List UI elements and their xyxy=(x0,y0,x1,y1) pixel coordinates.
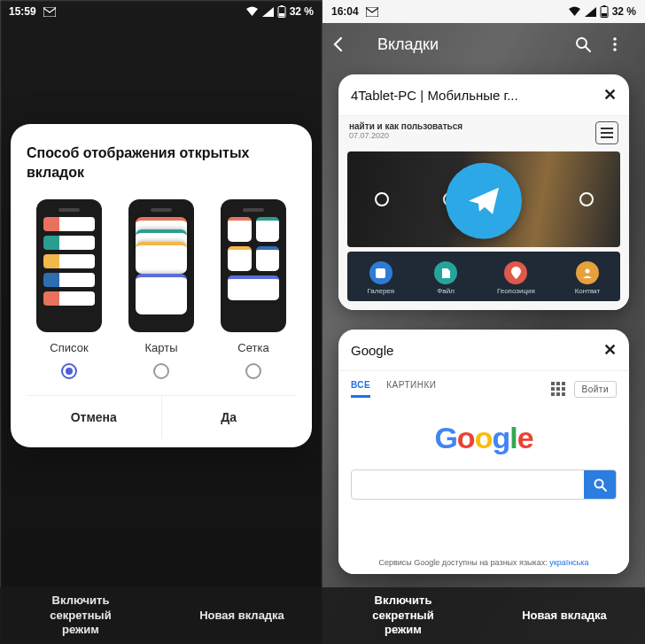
secret-mode-button[interactable]: Включить секретный режим xyxy=(0,587,161,644)
search-icon[interactable] xyxy=(574,35,606,53)
bottom-bar: Включить секретный режим Новая вкладка xyxy=(322,587,645,644)
tab-header: 4Tablet-PC | Мобильные г... ✕ xyxy=(338,74,629,115)
apps-grid-icon xyxy=(551,382,565,396)
file-icon xyxy=(434,261,457,284)
svg-rect-12 xyxy=(376,268,385,278)
new-tab-button[interactable]: Новая вкладка xyxy=(161,587,322,644)
option-list-preview xyxy=(36,199,102,332)
option-grid-preview xyxy=(221,199,286,332)
option-grid-radio[interactable] xyxy=(245,363,261,379)
option-list-label: Список xyxy=(50,341,88,354)
contact-icon xyxy=(576,261,599,284)
telegram-icon xyxy=(446,163,522,239)
battery-pct: 32 % xyxy=(612,5,636,18)
svg-point-13 xyxy=(586,269,590,274)
preview-hero xyxy=(347,151,620,247)
search-button-icon xyxy=(584,470,616,499)
app-bar: Вкладки xyxy=(322,23,645,66)
bottom-bar: Включить секретный режим Новая вкладка xyxy=(0,587,322,644)
confirm-button[interactable]: Да xyxy=(162,396,297,438)
option-grid[interactable]: Сетка xyxy=(211,199,296,379)
svg-rect-3 xyxy=(279,13,284,17)
option-cards[interactable]: Карты xyxy=(119,199,204,379)
dialog-actions: Отмена Да xyxy=(27,395,296,438)
view-options: Список Карты xyxy=(27,199,296,379)
mail-icon xyxy=(43,7,56,17)
status-bar: 16:04 32 % xyxy=(322,0,645,23)
mail-icon xyxy=(366,7,378,17)
tab-card[interactable]: Google ✕ ВСЕ КАРТИНКИ Войти Google xyxy=(338,330,629,574)
tab-preview: ВСЕ КАРТИНКИ Войти Google xyxy=(338,370,629,574)
tab-title: 4Tablet-PC | Мобильные г... xyxy=(351,88,596,103)
more-icon[interactable] xyxy=(606,35,638,53)
tab-card[interactable]: 4Tablet-PC | Мобильные г... ✕ найти и ка… xyxy=(338,74,629,310)
dock-label: Файл xyxy=(437,287,455,295)
svg-rect-7 xyxy=(602,13,607,17)
dock-label: Контакт xyxy=(575,287,601,295)
option-cards-label: Карты xyxy=(144,341,177,354)
google-footer: Сервисы Google доступны на разных языках… xyxy=(338,558,629,567)
tab-title: Google xyxy=(351,343,596,358)
hamburger-icon xyxy=(595,121,618,144)
battery-icon xyxy=(277,5,286,18)
location-icon xyxy=(504,261,527,284)
footer-text: Сервисы Google доступны на разных языках… xyxy=(379,558,550,567)
svg-point-11 xyxy=(613,48,617,51)
wifi-icon xyxy=(245,6,259,17)
google-logo: Google xyxy=(417,421,550,455)
google-search-box xyxy=(351,469,617,500)
status-time: 16:04 xyxy=(331,5,359,18)
dock-label: Геопозиция xyxy=(497,287,535,295)
close-tab-button[interactable]: ✕ xyxy=(603,85,617,105)
preview-dock: Галерея Файл Геопозиция Контакт xyxy=(347,252,620,301)
wifi-icon xyxy=(568,6,581,17)
google-nav: ВСЕ КАРТИНКИ Войти xyxy=(338,371,629,398)
signal-icon xyxy=(262,7,274,17)
status-bar: 15:59 32 % xyxy=(0,0,322,23)
left-screenshot: 15:59 32 % Способ отображения открытых в… xyxy=(0,0,322,644)
svg-point-10 xyxy=(613,43,617,46)
back-icon[interactable] xyxy=(330,35,361,53)
cancel-button[interactable]: Отмена xyxy=(27,396,161,438)
google-tab-images: КАРТИНКИ xyxy=(386,380,436,398)
option-list-radio[interactable] xyxy=(61,363,77,379)
option-list[interactable]: Список xyxy=(27,199,112,379)
tab-list[interactable]: 4Tablet-PC | Мобильные г... ✕ найти и ка… xyxy=(322,66,645,640)
tab-view-style-dialog: Способ отображения открытых вкладок Спис… xyxy=(11,124,312,447)
dock-label: Галерея xyxy=(367,287,394,295)
battery-icon xyxy=(600,5,609,18)
preview-date: 07.07.2020 xyxy=(349,131,462,140)
footer-link: українська xyxy=(549,558,588,567)
secret-mode-button[interactable]: Включить секретный режим xyxy=(322,587,484,644)
option-grid-label: Сетка xyxy=(237,341,268,354)
preview-headline: найти и как пользоваться xyxy=(349,121,462,131)
close-tab-button[interactable]: ✕ xyxy=(603,340,617,360)
svg-point-9 xyxy=(613,37,617,41)
google-tab-all: ВСЕ xyxy=(351,380,370,398)
signal-icon xyxy=(585,7,596,17)
sign-in-button: Войти xyxy=(574,381,617,398)
svg-rect-2 xyxy=(280,5,283,7)
gallery-icon xyxy=(369,261,392,284)
new-tab-button[interactable]: Новая вкладка xyxy=(484,587,645,644)
svg-rect-6 xyxy=(602,5,605,7)
tab-header: Google ✕ xyxy=(338,330,629,370)
svg-point-14 xyxy=(595,480,603,488)
dialog-title: Способ отображения открытых вкладок xyxy=(27,144,296,182)
right-screenshot: 16:04 32 % Вкладки xyxy=(322,0,645,644)
app-bar-title: Вкладки xyxy=(377,35,574,54)
option-cards-preview xyxy=(128,199,194,332)
battery-pct: 32 % xyxy=(290,5,314,18)
tab-preview: найти и как пользоваться 07.07.2020 Гале… xyxy=(338,115,629,310)
status-time: 15:59 xyxy=(9,5,36,18)
option-cards-radio[interactable] xyxy=(153,363,169,379)
